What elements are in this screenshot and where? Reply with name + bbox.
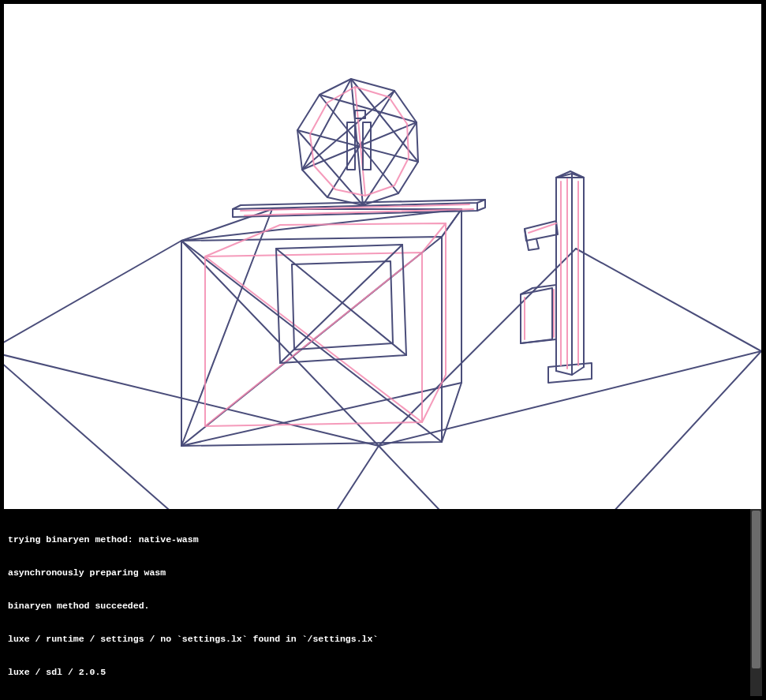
app-frame: trying binaryen method: native-wasm asyn… bbox=[4, 4, 762, 696]
console-line: luxe / runtime / settings / no `settings… bbox=[8, 634, 757, 645]
body-cube-highlight bbox=[205, 223, 446, 426]
console-line: binaryen method succeeded. bbox=[8, 601, 757, 612]
console-line: asynchronously preparing wasm bbox=[8, 567, 757, 578]
floor-mesh bbox=[4, 241, 761, 509]
render-viewport[interactable] bbox=[4, 4, 761, 509]
console-line: trying binaryen method: native-wasm bbox=[8, 534, 757, 545]
body-cube-mesh bbox=[181, 209, 461, 446]
head-sphere-highlight bbox=[310, 87, 409, 196]
head-sphere-mesh bbox=[297, 79, 418, 205]
console-scrollbar[interactable] bbox=[750, 509, 762, 696]
console-line: luxe / sdl / 2.0.5 bbox=[8, 667, 757, 678]
pump-column-mesh bbox=[521, 171, 592, 383]
front-panel-mesh bbox=[276, 245, 406, 363]
wireframe-canvas[interactable] bbox=[4, 4, 761, 509]
console-scrollbar-thumb[interactable] bbox=[752, 511, 760, 668]
debug-console[interactable]: trying binaryen method: native-wasm asyn… bbox=[4, 509, 761, 696]
